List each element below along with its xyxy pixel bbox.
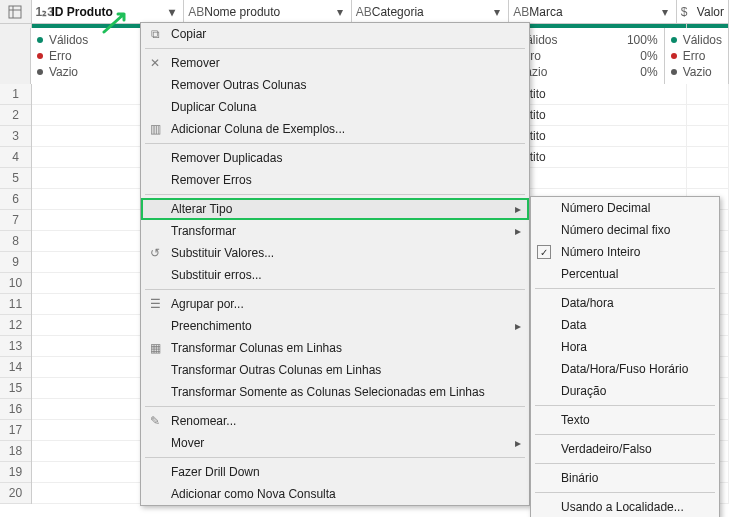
type-text[interactable]: Texto (531, 409, 719, 431)
column-header-marca[interactable]: AB Marca ▾ (509, 0, 676, 23)
type-datetime[interactable]: Data/hora (531, 292, 719, 314)
row-number[interactable]: 16 (0, 399, 31, 420)
column-header-categoria[interactable]: AB Categoria ▾ (352, 0, 510, 23)
row-number[interactable]: 15 (0, 378, 31, 399)
menu-remove[interactable]: ✕Remover (141, 52, 529, 74)
row-number[interactable]: 12 (0, 315, 31, 336)
type-datetimezone[interactable]: Data/Hora/Fuso Horário (531, 358, 719, 380)
menu-copy[interactable]: ⧉Copiar (141, 23, 529, 45)
menu-duplicate[interactable]: Duplicar Coluna (141, 96, 529, 118)
type-date[interactable]: Data (531, 314, 719, 336)
menu-transform[interactable]: Transformar▸ (141, 220, 529, 242)
menu-label: Alterar Tipo (171, 202, 232, 216)
column-header-nome-produto[interactable]: AB Nome produto ▾ (184, 0, 351, 23)
menu-replace-errors[interactable]: Substituir erros... (141, 264, 529, 286)
column-context-menu[interactable]: ⧉Copiar ✕Remover Remover Outras Colunas … (140, 22, 530, 506)
dropdown-icon[interactable]: ▾ (490, 5, 504, 19)
type-fixed-decimal[interactable]: Número decimal fixo (531, 219, 719, 241)
type-binary[interactable]: Binário (531, 467, 719, 489)
row-number[interactable]: 13 (0, 336, 31, 357)
cell[interactable] (687, 105, 729, 125)
menu-remove-errors[interactable]: Remover Erros (141, 169, 529, 191)
submenu-arrow-icon: ▸ (515, 319, 521, 333)
cell[interactable]: atito (517, 84, 687, 104)
valid-label: Válidos (518, 32, 623, 48)
menu-remove-others[interactable]: Remover Outras Colunas (141, 74, 529, 96)
type-using-locale[interactable]: Usando a Localidade... (531, 496, 719, 517)
menu-label: Remover Erros (171, 173, 252, 187)
column-name: Valor (697, 5, 724, 19)
menu-label: Adicionar Coluna de Exemplos... (171, 122, 345, 136)
dropdown-icon[interactable]: ▾ (658, 5, 672, 19)
row-number[interactable]: 20 (0, 483, 31, 504)
menu-remove-duplicates[interactable]: Remover Duplicadas (141, 147, 529, 169)
column-name: Marca (529, 5, 657, 19)
menu-separator (535, 288, 715, 289)
type-time[interactable]: Hora (531, 336, 719, 358)
type-duration[interactable]: Duração (531, 380, 719, 402)
menu-label: Remover Duplicadas (171, 151, 282, 165)
row-number[interactable]: 2 (0, 105, 31, 126)
remove-icon: ✕ (147, 55, 163, 71)
menu-move[interactable]: Mover▸ (141, 432, 529, 454)
row-number[interactable]: 8 (0, 231, 31, 252)
row-number[interactable]: 9 (0, 252, 31, 273)
menu-unpivot[interactable]: ▦Transformar Colunas em Linhas (141, 337, 529, 359)
change-type-submenu[interactable]: Número Decimal Número decimal fixo ✓Núme… (530, 196, 720, 517)
type-percentage[interactable]: Percentual (531, 263, 719, 285)
cell[interactable] (687, 147, 729, 167)
row-number[interactable]: 5 (0, 168, 31, 189)
menu-drill-down[interactable]: Fazer Drill Down (141, 461, 529, 483)
menu-separator (535, 492, 715, 493)
valid-pct: 100% (627, 32, 658, 48)
row-number[interactable]: 19 (0, 462, 31, 483)
row-number[interactable]: 3 (0, 126, 31, 147)
dropdown-icon[interactable]: ▾ (165, 5, 179, 19)
row-number[interactable]: 6 (0, 189, 31, 210)
menu-add-as-query[interactable]: Adicionar como Nova Consulta (141, 483, 529, 505)
select-all-corner[interactable] (0, 0, 32, 23)
row-number[interactable]: 7 (0, 210, 31, 231)
row-number[interactable]: 11 (0, 294, 31, 315)
cell[interactable] (687, 126, 729, 146)
type-integer[interactable]: ✓Número Inteiro (531, 241, 719, 263)
type-decimal[interactable]: Número Decimal (531, 197, 719, 219)
menu-rename[interactable]: ✎Renomear... (141, 410, 529, 432)
menu-label: Mover (171, 436, 204, 450)
menu-unpivot-others[interactable]: Transformar Outras Colunas em Linhas (141, 359, 529, 381)
menu-label: Data/Hora/Fuso Horário (561, 362, 688, 376)
empty-label: Vazio (518, 64, 636, 80)
menu-label: Copiar (171, 27, 206, 41)
dropdown-icon[interactable]: ▾ (333, 5, 347, 19)
menu-replace-values[interactable]: ↺Substituir Valores... (141, 242, 529, 264)
empty-dot-icon (671, 69, 677, 75)
type-boolean[interactable]: Verdadeiro/Falso (531, 438, 719, 460)
cell[interactable]: atito (517, 147, 687, 167)
menu-separator (145, 289, 525, 290)
menu-change-type[interactable]: Alterar Tipo▸ (141, 198, 529, 220)
row-number[interactable]: 17 (0, 420, 31, 441)
menu-unpivot-selected[interactable]: Transformar Somente as Colunas Seleciona… (141, 381, 529, 403)
cell[interactable]: atito (517, 126, 687, 146)
menu-label: Preenchimento (171, 319, 252, 333)
cell[interactable]: atito (517, 105, 687, 125)
cell[interactable] (517, 168, 687, 188)
table-icon (8, 5, 22, 19)
menu-fill[interactable]: Preenchimento▸ (141, 315, 529, 337)
cell[interactable] (687, 168, 729, 188)
menu-label: Adicionar como Nova Consulta (171, 487, 336, 501)
column-header-valor[interactable]: $ Valor (677, 0, 729, 23)
menu-group-by[interactable]: ☰Agrupar por... (141, 293, 529, 315)
row-number[interactable]: 10 (0, 273, 31, 294)
row-number[interactable]: 4 (0, 147, 31, 168)
row-number[interactable]: 1 (0, 84, 31, 105)
row-number[interactable]: 14 (0, 357, 31, 378)
row-number[interactable]: 18 (0, 441, 31, 462)
menu-add-from-examples[interactable]: ▥Adicionar Coluna de Exemplos... (141, 118, 529, 140)
menu-separator (535, 405, 715, 406)
empty-label: Vazio (683, 64, 722, 80)
menu-separator (145, 406, 525, 407)
submenu-arrow-icon: ▸ (515, 224, 521, 238)
menu-label: Duplicar Coluna (171, 100, 256, 114)
cell[interactable] (687, 84, 729, 104)
